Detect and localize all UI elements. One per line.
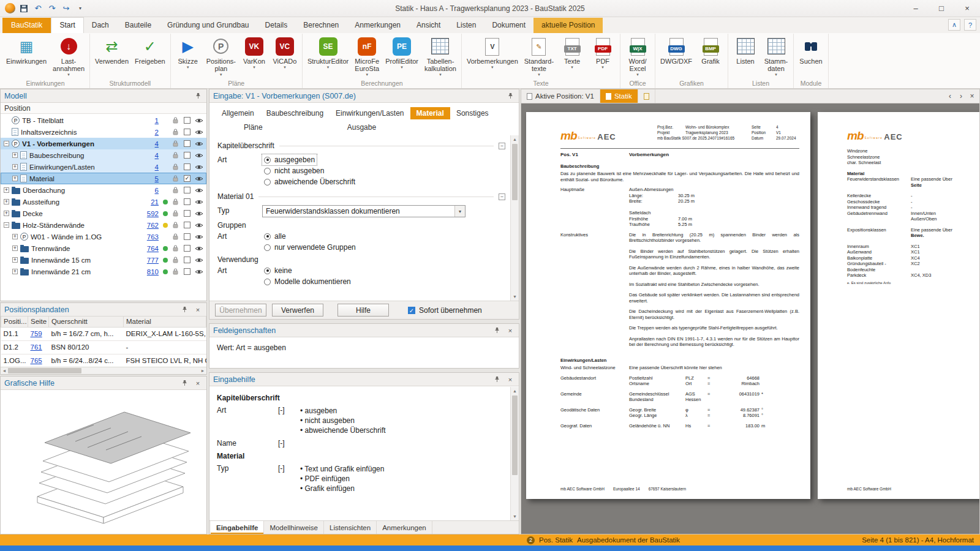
expand-toggle[interactable]: + <box>4 211 9 216</box>
tree-row-v1-vorbemerkungen[interactable]: −PV1 - Vorbemerkungen4 <box>1 138 206 149</box>
scroll-up-arrow[interactable]: ▲ <box>511 387 519 395</box>
horizontal-scrollbar[interactable]: ◄ ► <box>1 367 206 374</box>
ribbon-tab-bauteile[interactable]: Bauteile <box>117 18 159 33</box>
redo-button[interactable]: ↷ <box>46 2 58 15</box>
page-number-link[interactable]: 2 <box>141 129 159 136</box>
collapse-section-button[interactable]: − <box>499 193 505 200</box>
pin-icon[interactable] <box>505 91 515 101</box>
last-annahmen-button[interactable]: ↓Last-annahmen▾ <box>50 34 88 77</box>
stamm-daten-button[interactable]: Stamm-daten▾ <box>761 34 791 77</box>
page-number-link[interactable]: 592 <box>141 210 159 217</box>
row-checkbox[interactable] <box>184 140 190 147</box>
vicado-button[interactable]: VCViCADo▾ <box>270 34 300 70</box>
close-button[interactable]: × <box>954 0 980 17</box>
texte-button[interactable]: TXTTexte▾ <box>557 34 587 70</box>
radio-option-ausgegeben[interactable]: ausgegeben <box>262 154 317 165</box>
ribbon-tab-start[interactable]: Start <box>51 17 83 33</box>
row-checkbox[interactable] <box>184 117 190 124</box>
customize-toolbar-button[interactable]: ▾ <box>74 2 86 15</box>
tree-row-holz-st-nderw-nde[interactable]: −Holz-Ständerwände762 <box>1 219 206 231</box>
lock-icon[interactable] <box>172 222 179 228</box>
eye-icon[interactable] <box>194 118 204 124</box>
tabellen-kalkulation-button[interactable]: Tabellen-kalkulation▾ <box>421 34 459 77</box>
seite-link[interactable]: 759 <box>31 330 42 337</box>
eye-icon[interactable] <box>194 187 204 193</box>
lock-icon[interactable] <box>172 257 179 263</box>
next-tab-button[interactable]: › <box>956 91 966 102</box>
row-checkbox[interactable] <box>184 198 190 205</box>
eingabe-tab-allgemein[interactable]: Allgemein <box>216 107 260 119</box>
struktureditor-button[interactable]: SEStrukturEditor▾ <box>304 34 352 70</box>
tree-row-w01-w-nde-im-1-og[interactable]: +PW01 - Wände im 1.OG763 <box>1 231 206 242</box>
column-header-material[interactable]: Material <box>124 317 206 327</box>
scroll-down-arrow[interactable]: ▼ <box>511 512 519 520</box>
row-checkbox[interactable] <box>184 268 190 275</box>
eye-icon[interactable] <box>194 246 204 252</box>
tree-row-tb-titelblatt[interactable]: PTB - Titelblatt1 <box>1 114 206 126</box>
row-checkbox[interactable]: ✓ <box>184 175 190 182</box>
verwerfen-button[interactable]: Verwerfen <box>272 304 323 317</box>
column-header-positi[interactable]: Positi... <box>1 317 28 327</box>
vertical-scrollbar[interactable]: ▲ ▼ <box>510 387 519 520</box>
eingabe-tab-ausgabe[interactable]: Ausgabe <box>341 121 382 133</box>
page-number-link[interactable]: 777 <box>141 257 159 264</box>
row-checkbox[interactable] <box>184 245 190 252</box>
row-checkbox[interactable] <box>184 152 190 159</box>
uebernehmen-button[interactable]: Übernehmen <box>215 304 266 317</box>
scrollbar-thumb[interactable] <box>8 368 81 373</box>
tree-row-material[interactable]: +Material5✓ <box>1 173 206 184</box>
forward-button[interactable]: ↪ <box>60 2 72 15</box>
word-excel-button[interactable]: W|XWord/Excel▾ <box>622 34 653 77</box>
eingabe-tab-material[interactable]: Material <box>410 107 450 119</box>
expand-toggle[interactable]: + <box>12 164 18 170</box>
grafik-button[interactable]: BMPGrafik <box>695 34 726 66</box>
profileditor-button[interactable]: PEProfilEditor▾ <box>382 34 421 70</box>
lock-icon[interactable] <box>172 140 179 147</box>
tab-document[interactable] <box>638 89 655 103</box>
einwirkungen-button[interactable]: ▦Einwirkungen <box>3 34 50 66</box>
page-number-link[interactable]: 762 <box>141 222 159 229</box>
page-number-link[interactable]: 4 <box>141 163 159 171</box>
seite-link[interactable]: 761 <box>31 343 42 351</box>
page-number-link[interactable]: 4 <box>141 140 159 148</box>
help-tab-anmerkungen[interactable]: Anmerkungen <box>377 521 432 534</box>
lock-icon[interactable] <box>172 187 179 193</box>
vertical-scrollbar[interactable]: ▲ ▼ <box>510 135 519 301</box>
row-checkbox[interactable] <box>184 210 190 217</box>
vorbemerkungen-button[interactable]: VVorbemerkungen▾ <box>464 34 521 70</box>
app-menu-button[interactable] <box>4 2 16 15</box>
close-panel-button[interactable]: × <box>193 378 203 388</box>
posplan-row[interactable]: D1.2761BSN 80/120- <box>1 340 206 354</box>
lock-icon[interactable] <box>172 117 179 124</box>
ribbon-tab-anmerkungen[interactable]: Anmerkungen <box>347 18 409 33</box>
ribbon-tab-listen[interactable]: Listen <box>448 18 484 33</box>
undo-button[interactable]: ↶ <box>32 2 44 15</box>
eye-icon[interactable] <box>194 129 204 135</box>
lock-icon[interactable] <box>172 129 179 135</box>
previous-tab-button[interactable]: ‹ <box>945 91 955 102</box>
page-number-link[interactable]: 764 <box>141 245 159 252</box>
row-checkbox[interactable] <box>184 233 190 240</box>
posplan-row[interactable]: D1.1759b/h = 16/2.7 cm, h...DERIX_X-LAM … <box>1 327 206 340</box>
standard-texte-button[interactable]: ✎Standard-texte▾ <box>521 34 557 77</box>
expand-toggle[interactable]: + <box>4 199 9 204</box>
help-button[interactable]: ? <box>964 19 976 31</box>
tree-column-header[interactable]: Position <box>1 103 206 114</box>
pin-icon[interactable] <box>179 305 189 315</box>
scrollbar-thumb[interactable] <box>512 144 518 200</box>
tree-row-trennw-nde[interactable]: +Trennwände764 <box>1 242 206 254</box>
eye-icon[interactable] <box>194 234 204 240</box>
listen-button[interactable]: Listen <box>730 34 761 66</box>
tab-aktive-position[interactable]: Aktive Position: V1 <box>521 89 600 103</box>
close-panel-button[interactable]: × <box>193 305 203 315</box>
scroll-down-arrow[interactable]: ▼ <box>511 293 519 301</box>
hilfe-button[interactable]: Hilfe <box>337 304 389 317</box>
scroll-up-arrow[interactable]: ▲ <box>511 135 519 143</box>
eye-icon[interactable] <box>194 152 204 159</box>
scroll-right-arrow[interactable]: ► <box>199 367 206 374</box>
collapse-section-button[interactable]: − <box>499 143 505 149</box>
sofort-uebernehmen-checkbox[interactable]: ✓ <box>408 307 415 314</box>
suchen-button[interactable]: Suchen <box>796 34 826 66</box>
page-number-link[interactable]: 1 <box>141 117 159 124</box>
eingabe-tab-sonstiges[interactable]: Sonstiges <box>450 107 495 119</box>
